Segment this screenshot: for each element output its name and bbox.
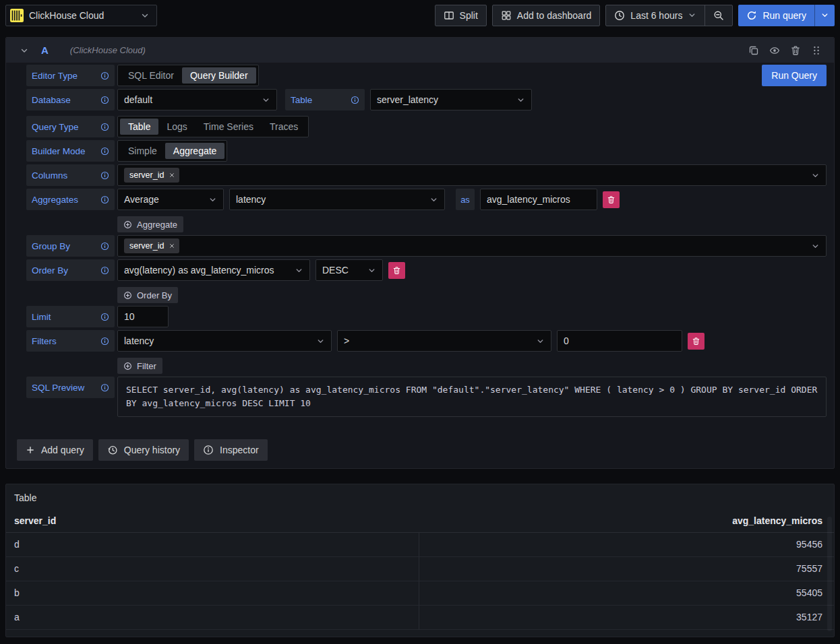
trash-icon	[392, 266, 401, 275]
add-order-by-button[interactable]: Order By	[117, 287, 178, 303]
info-circle-icon	[100, 313, 109, 321]
table-row: b 55405	[6, 581, 834, 606]
group-by-multiselect[interactable]: server_id	[117, 235, 827, 257]
table-result-panel: Table server_id avg_latency_micros d 954…	[5, 484, 835, 637]
order-by-label: Order By	[26, 259, 115, 281]
split-icon	[444, 10, 454, 21]
add-to-dashboard-button[interactable]: Add to dashboard	[492, 5, 601, 26]
info-circle-icon	[100, 123, 109, 131]
remove-aggregate-button[interactable]	[603, 191, 620, 208]
query-type-option-time-series[interactable]: Time Series	[196, 119, 262, 135]
remove-tag-icon[interactable]	[169, 243, 175, 249]
query-type-option-logs[interactable]: Logs	[158, 119, 195, 135]
run-query-inline-button[interactable]: Run Query	[762, 65, 827, 86]
editor-type-option-sql-editor[interactable]: SQL Editor	[120, 67, 182, 84]
columns-label: Columns	[26, 164, 115, 186]
query-type-label: Query Type	[26, 116, 115, 137]
disable-query-button[interactable]	[769, 45, 780, 56]
trash-icon	[607, 195, 616, 204]
info-circle-icon	[100, 195, 109, 204]
datasource-picker[interactable]: ClickHouse Cloud	[5, 5, 157, 26]
inspector-button[interactable]: Inspector	[194, 439, 268, 461]
editor-type-option-query-builder[interactable]: Query Builder	[182, 67, 256, 84]
query-row-header: A (ClickHouse Cloud)	[6, 38, 834, 63]
time-range-picker[interactable]: Last 6 hours	[606, 5, 704, 26]
builder-mode-option-aggregate[interactable]: Aggregate	[165, 143, 225, 159]
chevron-down-icon	[367, 266, 376, 275]
split-button[interactable]: Split	[435, 5, 487, 26]
info-circle-icon	[351, 96, 359, 104]
run-query-button[interactable]: Run query	[738, 5, 814, 26]
add-query-button[interactable]: Add query	[17, 439, 93, 461]
table-label: Table	[285, 89, 365, 110]
builder-mode-option-simple[interactable]: Simple	[120, 143, 165, 159]
editor-type-label: Editor Type	[26, 65, 115, 86]
chevron-down-icon	[811, 242, 820, 251]
cell-avg-latency: 95456	[411, 539, 834, 550]
collapse-query-button[interactable]	[20, 46, 29, 55]
aggregate-as-label: as	[456, 189, 475, 210]
remove-tag-icon[interactable]	[169, 172, 175, 179]
info-circle-icon	[203, 445, 214, 455]
datasource-name: ClickHouse Cloud	[29, 10, 135, 21]
plus-circle-icon	[123, 291, 132, 300]
filter-value-input[interactable]	[557, 330, 682, 352]
query-type-option-traces[interactable]: Traces	[262, 119, 306, 135]
order-by-field-select[interactable]: avg(latency) as avg_latency_micros	[117, 259, 310, 281]
database-select[interactable]: default	[117, 89, 277, 110]
info-circle-icon	[100, 337, 109, 346]
columns-tag-server-id: server_id	[124, 168, 179, 183]
plus-icon	[26, 445, 35, 455]
run-query-interval-caret[interactable]	[814, 5, 835, 26]
columns-multiselect[interactable]: server_id	[117, 164, 827, 186]
cell-avg-latency: 55405	[411, 587, 834, 598]
table-row: c 75557	[6, 557, 834, 581]
query-history-button[interactable]: Query history	[98, 439, 189, 461]
remove-query-button[interactable]	[790, 45, 801, 56]
column-header-server-id[interactable]: server_id	[14, 515, 419, 526]
limit-input[interactable]	[117, 306, 169, 327]
table-header-row: server_id avg_latency_micros	[6, 511, 834, 533]
cell-server-id: d	[6, 539, 411, 550]
group-by-tag-server-id: server_id	[124, 238, 179, 253]
order-by-direction-select[interactable]: DESC	[316, 259, 383, 281]
drag-query-handle[interactable]	[811, 45, 822, 56]
duplicate-query-button[interactable]	[748, 45, 759, 56]
plus-circle-icon	[123, 220, 132, 229]
aggregate-function-select[interactable]: Average	[117, 189, 224, 210]
filter-field-select[interactable]: latency	[117, 330, 332, 352]
time-picker-group: Last 6 hours	[605, 5, 733, 26]
chevron-down-icon	[536, 337, 545, 346]
zoom-out-time-button[interactable]	[704, 5, 732, 26]
aggregate-alias-input[interactable]	[480, 189, 597, 210]
table-select[interactable]: server_latency	[370, 89, 532, 110]
database-label: Database	[26, 89, 115, 110]
group-by-label: Group By	[26, 235, 115, 257]
sql-preview-text: SELECT server_id, avg(latency) as avg_la…	[117, 377, 827, 417]
panel-title: Table	[6, 490, 834, 511]
filter-operator-select[interactable]: >	[337, 330, 551, 352]
history-icon	[107, 445, 118, 455]
remove-order-by-button[interactable]	[388, 262, 405, 279]
column-header-avg-latency-micros[interactable]: avg_latency_micros	[419, 515, 822, 526]
info-circle-icon	[100, 96, 109, 104]
add-aggregate-button[interactable]: Aggregate	[117, 216, 183, 232]
split-label: Split	[460, 10, 478, 21]
query-ref-id[interactable]: A	[41, 44, 49, 56]
info-circle-icon	[100, 71, 109, 80]
table-scrollbar[interactable]	[827, 517, 832, 631]
trash-icon	[790, 45, 801, 56]
add-filter-button[interactable]: Filter	[117, 358, 162, 374]
cell-avg-latency: 35127	[411, 612, 834, 622]
info-circle-icon	[100, 171, 109, 180]
cell-server-id: a	[6, 612, 411, 622]
builder-mode-label: Builder Mode	[26, 140, 115, 162]
time-range-label: Last 6 hours	[630, 10, 682, 21]
aggregates-label: Aggregates	[26, 189, 115, 210]
query-type-option-table[interactable]: Table	[120, 119, 158, 135]
apps-grid-icon	[501, 10, 512, 21]
remove-filter-button[interactable]	[688, 333, 704, 350]
aggregate-column-select[interactable]: latency	[229, 189, 445, 210]
chevron-down-icon	[516, 96, 525, 104]
table-row: d 95456	[6, 533, 834, 557]
